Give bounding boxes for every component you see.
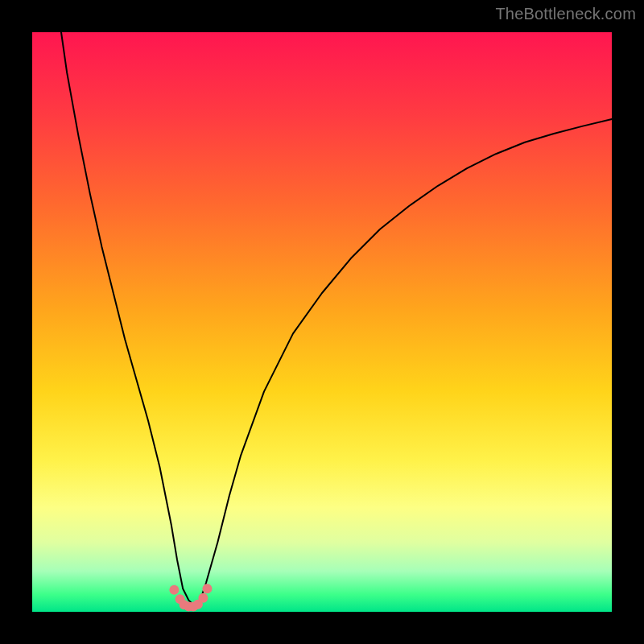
bottleneck-curve — [61, 32, 612, 606]
chart-frame: TheBottleneck.com — [0, 0, 644, 644]
watermark-text: TheBottleneck.com — [495, 5, 636, 23]
chart-svg — [32, 32, 612, 612]
near-zero-markers — [169, 584, 212, 611]
svg-point-6 — [198, 593, 208, 603]
plot-area — [32, 32, 612, 612]
svg-point-0 — [169, 585, 179, 595]
svg-point-7 — [202, 584, 212, 593]
